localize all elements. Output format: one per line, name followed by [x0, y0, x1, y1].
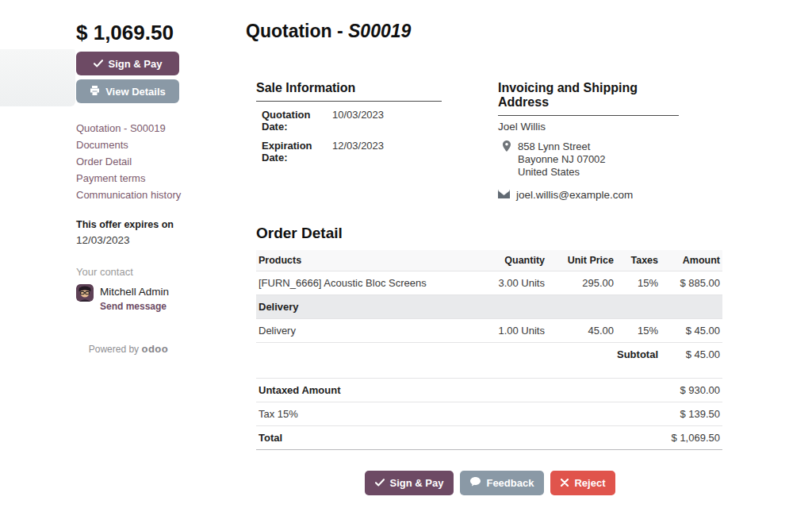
reject-button[interactable]: Reject [550, 471, 615, 495]
untaxed-amount-row: Untaxed Amount $ 930.00 [256, 379, 722, 402]
delivery-amount: $ 45.00 [661, 319, 722, 343]
check-icon [375, 477, 385, 489]
line-amount: $ 885.00 [661, 271, 722, 295]
x-icon [561, 477, 569, 489]
expiration-date-row: Expiration Date: 12/03/2023 [256, 140, 442, 164]
footer-sign-pay-label: Sign & Pay [390, 477, 444, 489]
printer-icon [90, 86, 100, 98]
order-detail-section: Order Detail Products Quantity Unit Pric… [246, 225, 734, 450]
delivery-product: Delivery [256, 319, 478, 343]
page-title-prefix: Quotation - [246, 21, 348, 41]
quotation-reference: S00019 [348, 21, 411, 41]
footer-sign-pay-button[interactable]: Sign & Pay [365, 471, 454, 495]
order-totals-table: Untaxed Amount $ 930.00 Tax 15% $ 139.50… [256, 378, 722, 450]
untaxed-amount-value: $ 930.00 [545, 379, 722, 402]
invoicing-shipping-section: Invoicing and Shipping Address Joel Will… [498, 81, 679, 201]
feedback-label: Feedback [486, 477, 534, 489]
info-row: Sale Information Quotation Date: 10/03/2… [246, 81, 734, 201]
feedback-button[interactable]: Feedback [460, 471, 544, 495]
line-taxes: 15% [616, 271, 661, 295]
address-line-1: 858 Lynn Street [518, 140, 590, 152]
location-pin-icon [503, 140, 511, 179]
customer-address: 858 Lynn Street Bayonne NJ 07002 United … [498, 140, 679, 179]
order-lines-table: Products Quantity Unit Price Taxes Amoun… [256, 250, 722, 366]
sign-pay-button[interactable]: Sign & Pay [76, 52, 179, 75]
line-unit-price: 295.00 [547, 271, 616, 295]
reject-label: Reject [574, 477, 605, 489]
offer-expires-label: This offer expires on [76, 219, 181, 230]
order-line-row: [FURN_6666] Acoustic Bloc Screens 3.00 U… [256, 271, 722, 295]
line-quantity: 3.00 Units [478, 271, 547, 295]
column-products: Products [256, 250, 478, 271]
footer-actions: Sign & Pay Feedback Reject [246, 471, 734, 495]
column-taxes: Taxes [616, 250, 661, 271]
address-lines: 858 Lynn Street Bayonne NJ 07002 United … [518, 140, 606, 179]
subtotal-value: $ 45.00 [661, 343, 722, 367]
order-detail-heading: Order Detail [256, 225, 734, 242]
subtotal-label: Subtotal [256, 343, 661, 367]
untaxed-amount-label: Untaxed Amount [256, 379, 545, 402]
total-row: Total $ 1,069.50 [256, 426, 722, 450]
customer-name: Joel Willis [498, 121, 679, 133]
sidebar-link-communication-history[interactable]: Communication history [76, 189, 181, 201]
address-line-2: Bayonne NJ 07002 [518, 153, 606, 165]
sidebar-link-quotation[interactable]: Quotation - S00019 [76, 122, 181, 134]
contact-avatar [76, 284, 94, 302]
total-value: $ 1,069.50 [545, 426, 722, 450]
contact-name: Mitchell Admin [100, 286, 169, 298]
sidebar-link-order-detail[interactable]: Order Detail [76, 156, 181, 167]
customer-email-row: joel.willis@example.com [498, 189, 679, 201]
contact-card: Mitchell Admin Send message [76, 284, 181, 313]
contact-info: Mitchell Admin Send message [100, 284, 169, 313]
your-contact-label: Your contact [76, 266, 181, 278]
column-quantity: Quantity [478, 250, 547, 271]
page-title: Quotation - S00019 [246, 21, 734, 42]
delivery-quantity: 1.00 Units [478, 319, 547, 343]
customer-email: joel.willis@example.com [516, 189, 633, 201]
order-table-header-row: Products Quantity Unit Price Taxes Amoun… [256, 250, 722, 271]
powered-by: Powered by odoo [76, 343, 181, 355]
subtotal-row: Subtotal $ 45.00 [256, 343, 722, 367]
quotation-sidebar: $ 1,069.50 Sign & Pay View Details Quota… [76, 21, 181, 355]
address-line-3: United States [518, 166, 580, 178]
tax-label: Tax 15% [256, 402, 545, 426]
delivery-line-row: Delivery 1.00 Units 45.00 15% $ 45.00 [256, 319, 722, 343]
view-details-button[interactable]: View Details [76, 79, 179, 103]
delivery-section-label: Delivery [256, 295, 722, 319]
tax-value: $ 139.50 [545, 402, 722, 426]
quotation-date-label: Quotation Date: [262, 109, 332, 133]
sidebar-nav: Quotation - S00019 Documents Order Detai… [76, 122, 181, 201]
line-product: [FURN_6666] Acoustic Bloc Screens [256, 271, 478, 295]
amount-due: $ 1,069.50 [76, 21, 181, 45]
sign-pay-label: Sign & Pay [109, 58, 163, 70]
background-wedge [0, 49, 75, 106]
sale-information-section: Sale Information Quotation Date: 10/03/2… [256, 81, 442, 201]
check-icon [94, 58, 103, 70]
column-unit-price: Unit Price [547, 250, 616, 271]
offer-expires-date: 12/03/2023 [76, 234, 181, 246]
sidebar-link-documents[interactable]: Documents [76, 139, 181, 151]
view-details-label: View Details [105, 86, 166, 98]
envelope-icon [498, 189, 510, 201]
quotation-date-value: 10/03/2023 [332, 109, 384, 133]
sale-information-heading: Sale Information [256, 81, 442, 102]
speech-bubble-icon [470, 477, 481, 489]
delivery-taxes: 15% [616, 319, 661, 343]
delivery-section-row: Delivery [256, 295, 722, 319]
invoicing-shipping-heading: Invoicing and Shipping Address [498, 81, 679, 116]
expiration-date-value: 12/03/2023 [332, 140, 384, 164]
delivery-unit-price: 45.00 [547, 319, 616, 343]
quotation-date-row: Quotation Date: 10/03/2023 [256, 109, 442, 133]
send-message-link[interactable]: Send message [100, 301, 167, 312]
quotation-document: Quotation - S00019 Sale Information Quot… [246, 21, 734, 450]
total-label: Total [256, 426, 545, 450]
tax-row: Tax 15% $ 139.50 [256, 402, 722, 426]
odoo-logo[interactable]: odoo [141, 343, 168, 355]
sidebar-link-payment-terms[interactable]: Payment terms [76, 172, 181, 184]
expiration-date-label: Expiration Date: [262, 140, 332, 164]
column-amount: Amount [661, 250, 722, 271]
powered-by-label: Powered by [89, 344, 139, 355]
